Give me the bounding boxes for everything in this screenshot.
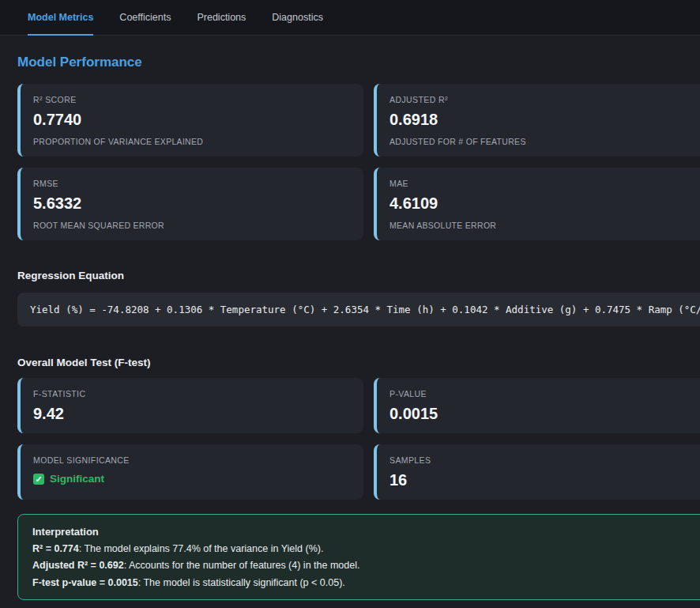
- metric-sublabel: PROPORTION OF VARIANCE EXPLAINED: [33, 137, 351, 146]
- metric-value: 4.6109: [390, 194, 700, 213]
- metric-card-r2-score: R² SCORE 0.7740 PROPORTION OF VARIANCE E…: [17, 84, 363, 157]
- metric-card-mae: MAE 4.6109 MEAN ABSOLUTE ERROR: [374, 168, 700, 240]
- interpretation-text: : Accounts for the number of features (4…: [124, 560, 360, 571]
- metric-label: P-VALUE: [390, 389, 700, 398]
- interpretation-title: Interpretation: [32, 526, 700, 538]
- check-icon: ✓: [33, 474, 44, 485]
- metric-card-adjusted-r2: ADJUSTED R² 0.6918 ADJUSTED FOR # OF FEA…: [374, 84, 700, 157]
- interpretation-text: : The model explains 77.4% of the varian…: [79, 543, 324, 554]
- metric-card-rmse: RMSE 5.6332 ROOT MEAN SQUARED ERROR: [17, 168, 363, 240]
- metric-value: 0.6918: [390, 111, 700, 129]
- metric-label: RMSE: [33, 179, 351, 188]
- tab-model-metrics[interactable]: Model Metrics: [28, 0, 93, 35]
- metric-value: 0.0015: [390, 405, 700, 423]
- metric-sublabel: ROOT MEAN SQUARED ERROR: [33, 221, 351, 230]
- metric-label: R² SCORE: [33, 95, 351, 104]
- ftest-section-title: Overall Model Test (F-test): [17, 357, 700, 368]
- interpretation-line-ftest: F-test p-value = 0.0015: The model is st…: [32, 577, 700, 588]
- metric-card-p-value: P-VALUE 0.0015: [374, 378, 700, 433]
- significance-text: Significant: [50, 473, 104, 485]
- significance-value: ✓ Significant: [33, 473, 351, 485]
- page-title: Model Performance: [17, 55, 700, 70]
- interpretation-bold: F-test p-value = 0.0015: [32, 577, 138, 588]
- main-content: Model Performance R² SCORE 0.7740 PROPOR…: [0, 55, 700, 600]
- metric-label: SAMPLES: [390, 455, 700, 465]
- interpretation-box: Interpretation R² = 0.774: The model exp…: [17, 514, 700, 600]
- interpretation-line-adjusted-r2: Adjusted R² = 0.692: Accounts for the nu…: [32, 560, 700, 571]
- metric-label: F-STATISTIC: [33, 389, 351, 398]
- metric-card-f-statistic: F-STATISTIC 9.42: [17, 378, 363, 433]
- interpretation-line-r2: R² = 0.774: The model explains 77.4% of …: [32, 543, 700, 554]
- metric-sublabel: MEAN ABSOLUTE ERROR: [390, 221, 700, 230]
- tab-diagnostics[interactable]: Diagnostics: [272, 0, 323, 35]
- performance-metrics-grid: R² SCORE 0.7740 PROPORTION OF VARIANCE E…: [17, 84, 700, 240]
- metric-value: 0.7740: [33, 111, 351, 129]
- tab-predictions[interactable]: Predictions: [197, 0, 246, 35]
- metric-card-model-significance: MODEL SIGNIFICANCE ✓ Significant: [17, 444, 363, 500]
- metric-sublabel: ADJUSTED FOR # OF FEATURES: [390, 137, 700, 146]
- metric-label: MODEL SIGNIFICANCE: [33, 455, 351, 465]
- tab-coefficients[interactable]: Coefficients: [119, 0, 171, 35]
- interpretation-text: : The model is statistically significant…: [138, 577, 345, 588]
- metric-value: 9.42: [33, 405, 351, 423]
- metric-card-samples: SAMPLES 16: [374, 444, 700, 500]
- interpretation-bold: Adjusted R² = 0.692: [32, 560, 124, 571]
- regression-equation-title: Regression Equation: [17, 270, 700, 281]
- metric-label: MAE: [390, 179, 700, 188]
- ftest-metrics-grid: F-STATISTIC 9.42 P-VALUE 0.0015 MODEL SI…: [17, 378, 700, 500]
- metric-label: ADJUSTED R²: [390, 95, 700, 104]
- metric-value: 5.6332: [33, 194, 351, 213]
- interpretation-bold: R² = 0.774: [32, 543, 79, 554]
- metric-value: 16: [390, 471, 700, 489]
- tab-bar: Model Metrics Coefficients Predictions D…: [0, 0, 700, 36]
- regression-equation-code: Yield (%) = -74.8208 + 0.1306 * Temperat…: [17, 293, 700, 327]
